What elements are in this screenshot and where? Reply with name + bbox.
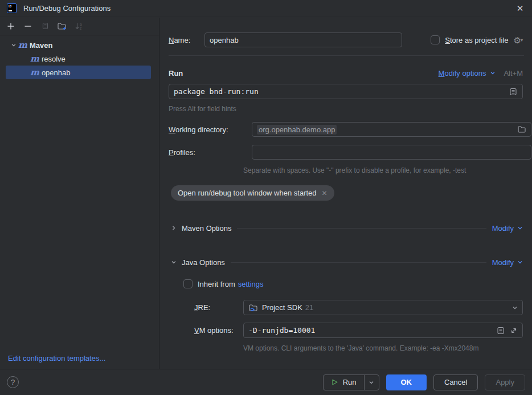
expand-list-icon[interactable] — [509, 87, 518, 96]
expand-editor-icon[interactable] — [510, 327, 518, 335]
dialog-title: Run/Debug Configurations — [23, 4, 111, 13]
store-as-project-file-checkbox[interactable] — [431, 35, 440, 44]
run-split-button: Run — [323, 374, 379, 390]
play-icon — [331, 378, 338, 386]
folder-icon[interactable] — [517, 125, 526, 134]
intellij-logo-icon: IJ — [7, 3, 17, 13]
tool-window-tag[interactable]: Open run/debug tool window when started … — [171, 185, 334, 201]
jre-row: JRE: Project SDK 21 — [194, 300, 523, 315]
remove-configuration-button[interactable] — [22, 21, 34, 32]
profiles-hint: Separate with spaces. Use "-" prefix to … — [243, 166, 466, 174]
vm-options-value: -D-runjdb=10001 — [248, 326, 315, 335]
modify-options-link[interactable]: Modify options — [439, 69, 486, 78]
profiles-label: Profiles: — [169, 148, 195, 157]
maven-command-input[interactable]: package bnd-run:run — [169, 84, 523, 99]
maven-options-modify-link[interactable]: Modify — [492, 224, 514, 233]
configurations-tree: m Maven m resolve m openhab — [0, 35, 159, 79]
sidebar-toolbar: a z — [0, 18, 159, 35]
svg-text:a: a — [80, 22, 82, 26]
tree-node-label: resolve — [42, 55, 66, 63]
java-options-section: Java Options Modify — [171, 255, 523, 270]
chevron-down-icon[interactable] — [171, 259, 177, 265]
jre-label: JRE: — [194, 303, 210, 312]
profiles-input[interactable] — [252, 145, 531, 160]
run-debug-configurations-dialog: IJ Run/Debug Configurations ✕ — [0, 0, 532, 395]
name-row: Name: openhab Store as project file ⚙▾ — [169, 32, 523, 47]
help-icon: ? — [11, 378, 15, 386]
sort-configurations-button[interactable]: a z — [73, 21, 85, 32]
settings-link[interactable]: settings — [238, 280, 264, 288]
jre-dropdown[interactable]: Project SDK 21 — [243, 300, 523, 315]
svg-text:z: z — [80, 26, 81, 30]
chevron-down-icon[interactable] — [9, 42, 18, 48]
section-rule — [231, 262, 486, 263]
tree-node-resolve[interactable]: m resolve — [0, 52, 159, 66]
run-section-title: Run — [169, 69, 183, 78]
store-as-project-file-label: Store as project file — [445, 36, 508, 44]
vm-options-input[interactable]: -D-runjdb=10001 — [243, 323, 523, 338]
maven-options-section: Maven Options Modify — [171, 221, 523, 235]
working-directory-value: org.openhab.demo.app — [257, 125, 337, 135]
cancel-button[interactable]: Cancel — [433, 374, 478, 390]
java-options-modify-link[interactable]: Modify — [492, 258, 514, 267]
sort-az-icon: a z — [74, 22, 84, 31]
plus-icon — [6, 22, 15, 31]
working-directory-label: Working directory: — [169, 125, 228, 134]
name-label: Name: — [169, 36, 204, 44]
maven-icon: m — [30, 55, 39, 63]
help-button[interactable]: ? — [7, 376, 19, 388]
footer-buttons: Run OK Cancel Apply — [323, 374, 525, 390]
run-button[interactable]: Run — [324, 375, 364, 390]
chevron-down-icon[interactable] — [490, 70, 496, 76]
name-input[interactable]: openhab — [204, 32, 402, 47]
expand-list-icon[interactable] — [496, 326, 505, 335]
maven-command-value: package bnd-run:run — [174, 87, 259, 96]
run-modify-group: Modify options Alt+M — [439, 69, 523, 78]
inherit-from-settings-row: Inherit from settings — [183, 276, 264, 291]
section-divider — [169, 55, 524, 56]
run-options-dropdown[interactable] — [365, 375, 379, 390]
modify-options-shortcut: Alt+M — [504, 69, 523, 78]
copy-configuration-button[interactable] — [39, 21, 51, 32]
working-directory-row: Working directory: org.openhab.demo.app — [169, 122, 523, 137]
store-as-project-file-group: Store as project file ⚙▾ — [431, 35, 523, 44]
command-field-hint: Press Alt for field hints — [169, 105, 236, 113]
maven-icon: m — [18, 41, 27, 49]
tree-node-label: Maven — [30, 41, 52, 50]
add-configuration-button[interactable] — [5, 21, 17, 32]
jre-version: 21 — [305, 303, 313, 312]
edit-configuration-templates-link[interactable]: Edit configuration templates... — [8, 354, 105, 363]
chevron-down-icon[interactable] — [517, 225, 523, 231]
inherit-from-settings-checkbox[interactable] — [183, 279, 193, 288]
minus-icon — [23, 22, 32, 31]
apply-button[interactable]: Apply — [485, 374, 525, 390]
working-directory-input[interactable]: org.openhab.demo.app — [252, 122, 531, 137]
new-folder-button[interactable] — [56, 21, 68, 32]
tree-node-openhab-selected[interactable]: m openhab — [6, 66, 151, 79]
inherit-from-label: Inherit from — [198, 280, 235, 288]
tag-close-icon[interactable]: ✕ — [322, 189, 328, 197]
tree-node-maven[interactable]: m Maven — [0, 38, 159, 52]
chevron-down-icon[interactable] — [512, 305, 518, 311]
title-bar: IJ Run/Debug Configurations ✕ — [0, 0, 532, 17]
name-value: openhab — [210, 36, 239, 44]
ok-button[interactable]: OK — [386, 374, 427, 390]
maven-icon: m — [30, 68, 39, 76]
dialog-footer: ? Run OK Cancel Apply — [0, 369, 532, 395]
run-button-label: Run — [343, 378, 357, 386]
chevron-right-icon[interactable] — [171, 225, 177, 231]
jdk-icon — [248, 303, 258, 312]
tree-node-label: openhab — [42, 68, 71, 77]
chevron-down-icon — [369, 380, 374, 385]
java-options-title[interactable]: Java Options — [182, 258, 225, 267]
vm-options-hint: VM options. CLI arguments to the 'Java' … — [243, 344, 478, 352]
chevron-down-icon[interactable] — [517, 259, 523, 265]
copy-icon — [40, 22, 50, 31]
section-rule — [237, 228, 486, 229]
close-icon[interactable]: ✕ — [514, 2, 526, 15]
new-folder-icon — [57, 22, 67, 31]
maven-options-title[interactable]: Maven Options — [182, 224, 231, 233]
run-section-header: Run Modify options Alt+M — [169, 66, 523, 80]
profiles-row: Profiles: — [169, 145, 523, 160]
gear-icon[interactable]: ⚙▾ — [514, 36, 523, 44]
